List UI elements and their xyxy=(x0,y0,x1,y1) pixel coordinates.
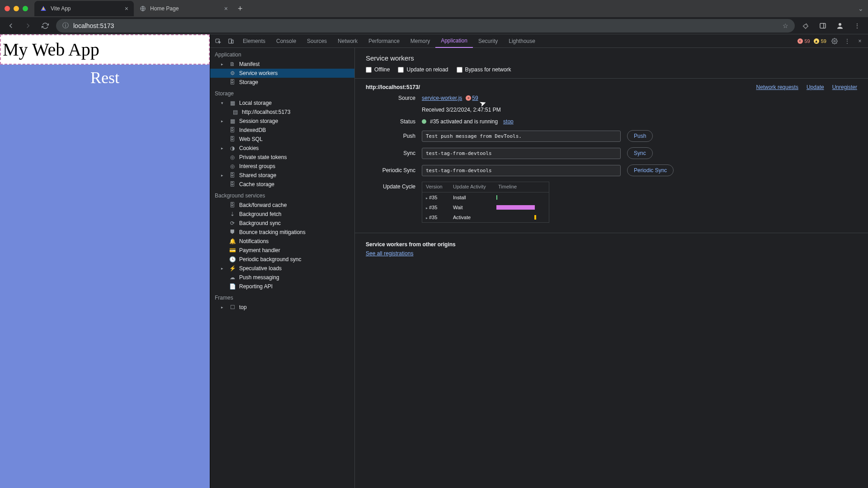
sidebar-item-frame-top[interactable]: ▸☐top xyxy=(210,303,354,312)
file-icon: ▤ xyxy=(232,109,238,115)
window-minimize[interactable] xyxy=(14,6,19,11)
address-bar[interactable]: ⓘ localhost:5173 ☆ xyxy=(56,19,795,33)
sidebar-item-reporting-api[interactable]: 📄Reporting API xyxy=(210,282,354,291)
sync-button[interactable]: Sync xyxy=(627,147,653,159)
source-file-link[interactable]: service-worker.js xyxy=(422,95,462,101)
site-info-icon[interactable]: ⓘ xyxy=(62,22,69,30)
tab-memory[interactable]: Memory xyxy=(405,34,435,48)
tab-close-icon[interactable]: × xyxy=(224,5,228,12)
traffic-lights xyxy=(5,6,28,11)
window-close[interactable] xyxy=(5,6,10,11)
update-link[interactable]: Update xyxy=(807,84,824,90)
extensions-icon[interactable] xyxy=(799,19,812,32)
sidebar-item-private-state-tokens[interactable]: ◎Private state tokens xyxy=(210,153,354,162)
bookmark-star-icon[interactable]: ☆ xyxy=(783,22,788,29)
bell-icon: 🔔 xyxy=(229,238,236,244)
table-row[interactable]: ▸#35 Activate xyxy=(422,212,549,222)
table-row[interactable]: ▸#35 Wait xyxy=(422,202,549,212)
report-icon: 📄 xyxy=(229,283,236,290)
token-icon: ◎ xyxy=(229,154,236,160)
sidebar-item-session-storage[interactable]: ▸▦Session storage xyxy=(210,117,354,126)
see-all-registrations-link[interactable]: See all registrations xyxy=(366,250,413,257)
inspect-element-icon[interactable] xyxy=(212,36,225,47)
tab-network[interactable]: Network xyxy=(332,34,363,48)
sidebar-item-push-messaging[interactable]: ☁Push messaging xyxy=(210,273,354,282)
credit-card-icon: 💳 xyxy=(229,247,236,253)
sidebar-item-periodic-bg-sync[interactable]: 🕓Periodic background sync xyxy=(210,255,354,264)
device-toolbar-icon[interactable] xyxy=(225,36,237,47)
warning-count-badge[interactable]: ▲59 xyxy=(812,38,828,44)
warning-dot-icon: ▲ xyxy=(814,38,819,44)
sidebar-item-bg-fetch[interactable]: ⇣Background fetch xyxy=(210,210,354,219)
cloud-icon: ☁ xyxy=(229,274,236,281)
network-requests-link[interactable]: Network requests xyxy=(756,84,798,90)
devtools-panel: Elements Console Sources Network Perform… xyxy=(210,34,868,488)
tab-sources[interactable]: Sources xyxy=(302,34,332,48)
unregister-link[interactable]: Unregister xyxy=(832,84,857,90)
sidebar-item-shared-storage[interactable]: ▸🗄Shared storage xyxy=(210,171,354,180)
forward-button[interactable] xyxy=(22,19,34,32)
devtools-menu-icon[interactable]: ⋮ xyxy=(841,36,854,47)
sidebar-item-bfcache[interactable]: 🗄Back/forward cache xyxy=(210,201,354,210)
sidebar-item-payment-handler[interactable]: 💳Payment handler xyxy=(210,246,354,255)
sidebar-item-bg-sync[interactable]: ⟳Background sync xyxy=(210,219,354,228)
push-button[interactable]: Push xyxy=(627,130,653,142)
new-tab-button[interactable]: + xyxy=(233,4,247,14)
sidebar-item-interest-groups[interactable]: ◎Interest groups xyxy=(210,162,354,171)
document-icon: 🗎 xyxy=(229,61,236,67)
settings-gear-icon[interactable] xyxy=(828,36,841,47)
sidebar-item-bounce-tracking[interactable]: ⛊Bounce tracking mitigations xyxy=(210,228,354,237)
source-row: Source service-worker.js ×59 xyxy=(355,92,868,104)
browser-tab-vite[interactable]: Vite App × xyxy=(34,1,134,16)
sidebar-item-storage[interactable]: 🗄Storage xyxy=(210,78,354,87)
timeline-bar-wait xyxy=(496,205,535,210)
menu-icon[interactable]: ⋮ xyxy=(851,19,863,32)
sidebar-item-cache-storage[interactable]: 🗄Cache storage xyxy=(210,180,354,189)
update-cycle-section: Update Cycle Version Update Activity Tim… xyxy=(355,179,868,225)
error-count-badge[interactable]: ×59 xyxy=(796,38,812,44)
sync-input[interactable] xyxy=(422,148,621,159)
tab-performance[interactable]: Performance xyxy=(363,34,405,48)
expand-icon: ▸ xyxy=(426,206,428,210)
tabs-overflow-icon[interactable]: ⌄ xyxy=(858,5,863,12)
tab-elements[interactable]: Elements xyxy=(237,34,271,48)
periodic-sync-row: Periodic Sync Periodic Sync xyxy=(355,162,868,179)
rendered-page: My Web App Rest xyxy=(0,34,210,488)
push-input[interactable] xyxy=(422,131,621,142)
application-sidebar: Application ▸🗎Manifest ⚙Service workers … xyxy=(210,48,355,488)
sidebar-item-cookies[interactable]: ▸◑Cookies xyxy=(210,144,354,153)
window-zoom[interactable] xyxy=(23,6,28,11)
sidebar-item-local-storage[interactable]: ▾▦Local storage xyxy=(210,99,354,108)
lightning-icon: ⚡ xyxy=(229,265,236,272)
sidebar-item-notifications[interactable]: 🔔Notifications xyxy=(210,237,354,246)
periodic-sync-button[interactable]: Periodic Sync xyxy=(627,164,674,176)
periodic-sync-input[interactable] xyxy=(422,165,621,176)
sidebar-item-local-storage-origin[interactable]: ▤http://localhost:5173 xyxy=(210,108,354,117)
devtools-close-icon[interactable]: × xyxy=(854,36,866,47)
tab-close-icon[interactable]: × xyxy=(125,5,128,12)
offline-checkbox[interactable]: Offline xyxy=(366,66,390,73)
reload-button[interactable] xyxy=(39,19,52,32)
sync-row: Sync Sync xyxy=(355,145,868,162)
sidebar-item-indexeddb[interactable]: 🗄IndexedDB xyxy=(210,126,354,135)
tab-lighthouse[interactable]: Lighthouse xyxy=(503,34,541,48)
tab-security[interactable]: Security xyxy=(473,34,503,48)
url-text: localhost:5173 xyxy=(73,22,114,29)
tab-console[interactable]: Console xyxy=(271,34,302,48)
browser-tab-homepage[interactable]: Home Page × xyxy=(134,1,233,16)
tab-application[interactable]: Application xyxy=(435,34,473,48)
back-button[interactable] xyxy=(5,19,17,32)
vite-favicon-icon xyxy=(40,5,47,12)
update-on-reload-checkbox[interactable]: Update on reload xyxy=(398,66,448,73)
bypass-for-network-checkbox[interactable]: Bypass for network xyxy=(457,66,511,73)
sidebar-item-manifest[interactable]: ▸🗎Manifest xyxy=(210,60,354,69)
stop-link[interactable]: stop xyxy=(503,118,514,125)
profile-icon[interactable] xyxy=(834,19,846,32)
sidebar-item-websql[interactable]: 🗄Web SQL xyxy=(210,135,354,144)
source-error-badge[interactable]: ×59 xyxy=(466,95,478,101)
sidebar-item-service-workers[interactable]: ⚙Service workers xyxy=(210,69,354,78)
sidebar-item-speculative-loads[interactable]: ▸⚡Speculative loads xyxy=(210,264,354,273)
received-row: Received 3/22/2024, 2:47:51 PM xyxy=(355,104,868,116)
table-row[interactable]: ▸#35 Install xyxy=(422,192,549,202)
side-panel-icon[interactable] xyxy=(816,19,829,32)
